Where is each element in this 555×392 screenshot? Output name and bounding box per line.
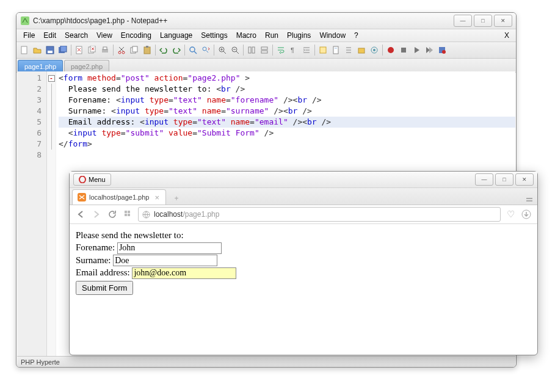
menu-close-x[interactable]: X	[500, 30, 513, 41]
url-bar[interactable]: localhost/page1.php	[138, 207, 501, 222]
menu-encoding[interactable]: Encoding	[117, 30, 156, 41]
menu-language[interactable]: Language	[156, 30, 197, 41]
submit-button[interactable]: Submit Form	[76, 281, 133, 295]
zoomout-icon[interactable]	[229, 44, 241, 56]
print-icon[interactable]	[99, 44, 111, 56]
save-icon[interactable]	[44, 44, 56, 56]
npp-tabbar: page1.php page2.php	[16, 59, 516, 73]
svg-rect-27	[333, 46, 338, 54]
svg-rect-1	[21, 46, 27, 54]
record-icon[interactable]	[385, 44, 397, 56]
npp-statusbar: PHP Hyperte	[17, 356, 515, 367]
folder-as-ws-icon[interactable]	[355, 44, 368, 56]
fold-gutter[interactable]: -	[47, 71, 56, 356]
menu-run[interactable]: Run	[261, 30, 283, 41]
npp-app-icon	[20, 16, 30, 26]
opera-window: Menu — □ ✕ localhost/page1.php × + local…	[69, 171, 538, 355]
minimize-button[interactable]: —	[454, 15, 472, 27]
npp-menubar: File Edit Search View Encoding Language …	[16, 29, 516, 42]
closeall-icon[interactable]	[86, 44, 98, 56]
sync-h-icon[interactable]	[258, 44, 270, 56]
reload-button[interactable]	[106, 208, 118, 220]
svg-rect-5	[60, 46, 67, 52]
svg-rect-24	[261, 51, 267, 53]
tabs-menu-icon[interactable]	[525, 196, 534, 205]
close-file-icon[interactable]	[73, 44, 85, 56]
menu-label: Menu	[89, 176, 106, 183]
menu-window[interactable]: Window	[315, 30, 350, 41]
sync-v-icon[interactable]	[245, 44, 258, 56]
play-icon[interactable]	[410, 44, 423, 56]
downloads-button[interactable]	[520, 208, 532, 220]
npp-titlebar[interactable]: C:\xampp\htdocs\page1.php - Notepad++ — …	[16, 13, 516, 29]
back-button[interactable]	[74, 208, 87, 220]
cut-icon[interactable]	[115, 44, 128, 56]
svg-rect-21	[248, 47, 251, 53]
svg-rect-43	[128, 214, 130, 216]
file-tab-page2[interactable]: page2.php	[64, 60, 109, 72]
svg-rect-15	[144, 47, 150, 54]
userlang-icon[interactable]	[317, 44, 329, 56]
status-text: PHP Hyperte	[21, 358, 60, 366]
browser-navbar: localhost/page1.php ♡	[70, 205, 537, 224]
email-field[interactable]	[132, 267, 236, 279]
surname-field[interactable]	[113, 255, 217, 266]
browser-page: Please send the newsletter to: Forename:…	[70, 224, 537, 300]
npp-toolbar: ¶	[16, 42, 516, 59]
find-icon[interactable]	[187, 44, 199, 56]
url-path: /page1.php	[183, 210, 219, 219]
savemacro-icon[interactable]	[436, 44, 448, 56]
browser-close-button[interactable]: ✕	[515, 173, 534, 186]
open-icon[interactable]	[31, 44, 43, 56]
forename-field[interactable]	[117, 242, 222, 254]
svg-rect-14	[132, 46, 137, 52]
forename-label: Forename:	[76, 242, 117, 252]
svg-rect-42	[125, 214, 127, 216]
tab-close-icon[interactable]: ×	[154, 193, 159, 202]
opera-titlebar[interactable]: Menu — □ ✕	[70, 172, 537, 188]
funclist-icon[interactable]	[343, 44, 355, 56]
undo-icon[interactable]	[158, 44, 170, 56]
saveall-icon[interactable]	[57, 44, 69, 56]
menu-search[interactable]: Search	[60, 30, 92, 41]
speed-dial-button[interactable]	[122, 208, 134, 220]
menu-macro[interactable]: Macro	[232, 30, 261, 41]
file-tab-label: page2.php	[71, 63, 103, 70]
browser-tab[interactable]: localhost/page1.php ×	[72, 189, 166, 205]
allchars-icon[interactable]: ¶	[288, 44, 300, 56]
menu-settings[interactable]: Settings	[197, 30, 231, 41]
stop-icon[interactable]	[397, 44, 410, 56]
replace-icon[interactable]	[200, 44, 212, 56]
new-tab-button[interactable]: +	[170, 192, 183, 205]
monitor-icon[interactable]	[368, 44, 380, 56]
menu-help[interactable]: ?	[350, 30, 363, 41]
indent-icon[interactable]	[300, 44, 313, 56]
svg-point-31	[373, 49, 375, 51]
maximize-button[interactable]: □	[474, 15, 492, 27]
opera-menu-button[interactable]: Menu	[73, 173, 111, 186]
paste-icon[interactable]	[141, 44, 153, 56]
close-button[interactable]: ✕	[494, 15, 512, 27]
file-tab-page1[interactable]: page1.php	[18, 60, 63, 72]
menu-view[interactable]: View	[92, 30, 117, 41]
browser-minimize-button[interactable]: —	[475, 173, 493, 186]
docmap-icon[interactable]	[330, 44, 342, 56]
url-host: localhost	[154, 210, 183, 219]
copy-icon[interactable]	[128, 44, 140, 56]
email-label: Email address:	[76, 267, 132, 277]
new-icon[interactable]	[18, 44, 31, 56]
forward-button[interactable]	[90, 208, 103, 220]
wordwrap-icon[interactable]	[275, 44, 287, 56]
menu-plugins[interactable]: Plugins	[283, 30, 315, 41]
opera-icon	[79, 176, 86, 183]
svg-rect-41	[128, 211, 130, 213]
playmulti-icon[interactable]	[423, 44, 435, 56]
zoomin-icon[interactable]	[216, 44, 228, 56]
svg-point-36	[79, 176, 85, 183]
bookmark-button[interactable]: ♡	[504, 208, 517, 220]
menu-edit[interactable]: Edit	[39, 30, 60, 41]
browser-maximize-button[interactable]: □	[495, 173, 513, 186]
redo-icon[interactable]	[170, 44, 183, 56]
menu-file[interactable]: File	[19, 30, 39, 41]
svg-rect-40	[125, 211, 127, 213]
